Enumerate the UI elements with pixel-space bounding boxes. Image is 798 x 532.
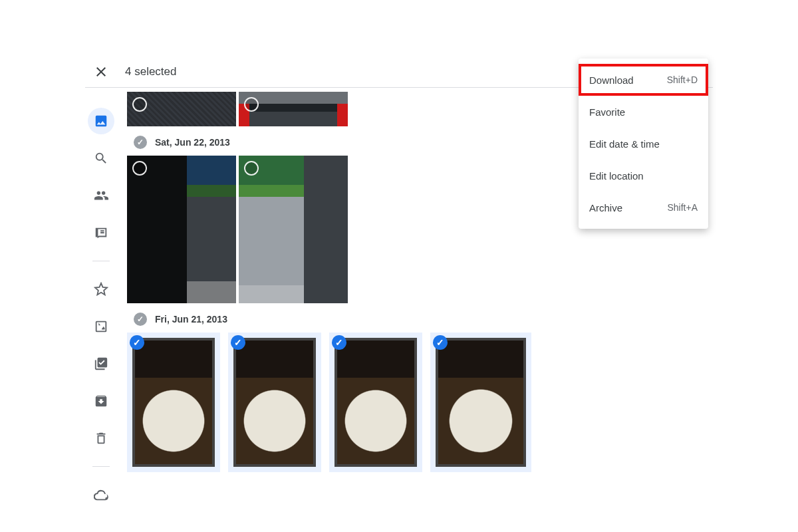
search-icon xyxy=(94,151,108,166)
menu-item-label: Favorite xyxy=(589,106,625,118)
cloud-icon xyxy=(94,487,108,502)
date-label: Fri, Jun 21, 2013 xyxy=(155,314,227,325)
nav-search[interactable] xyxy=(88,145,114,172)
close-selection-button[interactable] xyxy=(93,64,109,80)
selection-count: 4 selected xyxy=(125,65,177,78)
nav-sharing[interactable] xyxy=(88,182,114,209)
menu-item-label: Download xyxy=(589,74,634,86)
menu-item-label: Edit date & time xyxy=(589,138,660,150)
select-toggle[interactable] xyxy=(130,335,144,350)
nav-library[interactable] xyxy=(88,219,114,246)
menu-item-archive[interactable]: Archive Shift+A xyxy=(579,192,708,223)
nav-storage[interactable] xyxy=(88,481,114,508)
select-day-toggle[interactable] xyxy=(134,136,147,149)
book-icon xyxy=(94,225,108,240)
people-icon xyxy=(94,188,108,203)
nav-favorites[interactable] xyxy=(88,276,114,303)
photo-thumbnail[interactable] xyxy=(239,156,348,303)
date-label: Sat, Jun 22, 2013 xyxy=(155,137,230,148)
menu-item-edit-location[interactable]: Edit location xyxy=(579,160,708,192)
photo-thumbnail[interactable] xyxy=(430,332,531,472)
stack-check-icon xyxy=(94,356,108,371)
menu-item-favorite[interactable]: Favorite xyxy=(579,96,708,128)
overflow-menu: Download Shift+D Favorite Edit date & ti… xyxy=(579,59,708,229)
nav-utilities[interactable] xyxy=(88,350,114,377)
trash-icon xyxy=(94,431,108,446)
nav-trash[interactable] xyxy=(88,425,114,452)
select-toggle[interactable] xyxy=(244,97,259,112)
select-toggle[interactable] xyxy=(433,335,448,350)
menu-item-shortcut: Shift+A xyxy=(667,202,698,213)
menu-item-edit-date[interactable]: Edit date & time xyxy=(579,128,708,160)
rail-divider xyxy=(92,261,110,261)
photos-icon xyxy=(94,114,108,128)
select-toggle[interactable] xyxy=(231,335,245,350)
photo-thumbnail[interactable] xyxy=(228,332,321,472)
archive-icon xyxy=(94,394,108,408)
select-toggle[interactable] xyxy=(244,161,259,176)
album-icon xyxy=(94,319,108,334)
select-toggle[interactable] xyxy=(132,97,147,112)
menu-item-shortcut: Shift+D xyxy=(667,74,698,85)
menu-item-label: Edit location xyxy=(589,170,644,182)
select-toggle[interactable] xyxy=(132,161,147,176)
photo-row xyxy=(127,332,713,472)
nav-photos[interactable] xyxy=(88,108,114,134)
select-day-toggle[interactable] xyxy=(134,313,147,326)
photo-thumbnail[interactable] xyxy=(127,92,236,126)
nav-albums[interactable] xyxy=(88,313,114,340)
menu-item-download[interactable]: Download Shift+D xyxy=(579,64,708,96)
photo-thumbnail[interactable] xyxy=(329,332,422,472)
star-icon xyxy=(94,282,108,297)
select-toggle[interactable] xyxy=(332,335,346,350)
rail-divider xyxy=(92,466,110,467)
menu-item-label: Archive xyxy=(589,202,622,213)
photo-thumbnail[interactable] xyxy=(127,332,220,472)
photo-thumbnail[interactable] xyxy=(127,156,236,303)
photo-thumbnail[interactable] xyxy=(239,92,348,126)
nav-rail xyxy=(88,108,114,508)
nav-archive[interactable] xyxy=(88,388,114,414)
date-header[interactable]: Fri, Jun 21, 2013 xyxy=(134,313,713,326)
